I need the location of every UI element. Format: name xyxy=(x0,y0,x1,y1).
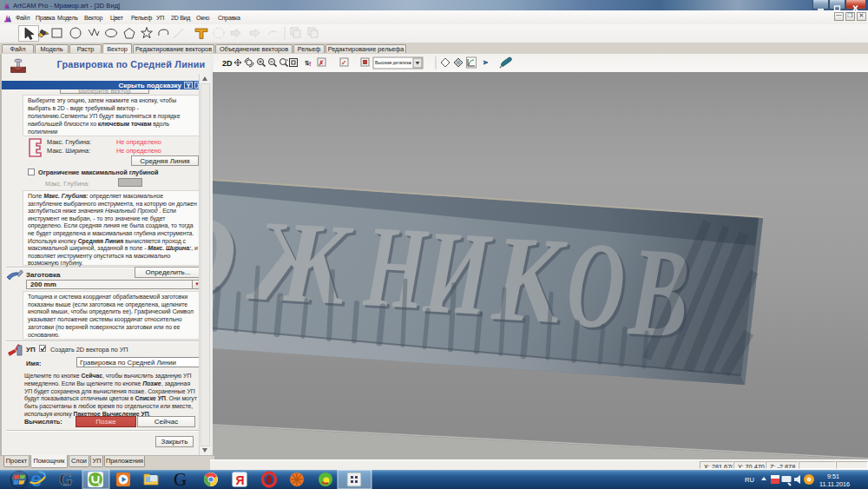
svg-text:✗: ✗ xyxy=(319,59,324,67)
svg-text:Я: Я xyxy=(236,473,245,487)
svg-text:Ж: Ж xyxy=(244,195,356,330)
svg-text:G: G xyxy=(174,470,187,489)
svg-text:G: G xyxy=(59,470,73,489)
svg-text:!: ! xyxy=(309,60,312,68)
svg-text:11.11.2016: 11.11.2016 xyxy=(819,480,850,488)
svg-text:Высокая детализация: Высокая детализация xyxy=(375,60,418,65)
svg-text:2D: 2D xyxy=(222,59,233,68)
svg-text:✓: ✓ xyxy=(341,59,346,67)
svg-text:9:51: 9:51 xyxy=(827,472,839,480)
svg-text:RU: RU xyxy=(745,476,754,484)
